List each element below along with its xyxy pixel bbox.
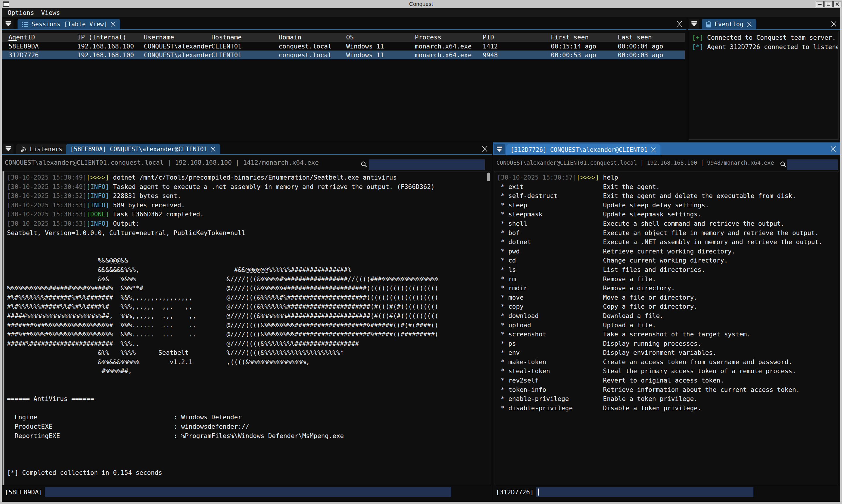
help-command-line: * enable-privilegeEnable a token privile…: [497, 394, 837, 403]
help-command-line: * psDisplay running processes.: [497, 339, 837, 348]
column-header[interactable]: PID: [477, 34, 545, 41]
command-name: sleep: [509, 201, 603, 210]
help-command-line: * cdChange current working directory.: [497, 256, 837, 265]
command-description: Execute an object file in memory and ret…: [603, 229, 819, 236]
tab-listeners[interactable]: Listeners: [16, 144, 66, 155]
command-description: Upload a file.: [603, 322, 656, 329]
console-right-tabbar: [312D7726] CONQUEST\alexander@CLIENT01: [493, 143, 840, 155]
command-description: Remove a file.: [603, 275, 656, 283]
tab-list-dropdown-button[interactable]: [689, 19, 699, 29]
command-name: shell: [509, 219, 603, 228]
column-header[interactable]: AgentID: [2, 34, 71, 41]
console-output: [30-10-2025 15:30:49][>>>>] dotnet /mnt/…: [2, 171, 491, 485]
tab-list-dropdown-button[interactable]: [3, 144, 14, 154]
help-command-line: * pwdRetrieve current working directory.: [497, 247, 837, 256]
column-header[interactable]: Hostname: [205, 34, 273, 41]
titlebar[interactable]: Conquest: [0, 0, 842, 8]
list-icon: [22, 21, 29, 28]
tabbar-underline: [688, 29, 840, 30]
search-icon[interactable]: [779, 161, 787, 168]
close-sessions-pane-icon[interactable]: [676, 20, 683, 28]
command-name: token-info: [509, 385, 603, 395]
tab-close-icon[interactable]: [210, 146, 216, 152]
console-left-tabbar: Listeners [58EE89DA] CONQUEST\alexander@…: [2, 143, 492, 155]
console-log: [30-10-2025 15:30:57][>>>>] help * exitE…: [494, 172, 839, 413]
help-command-line: * envDisplay environment variables.: [497, 348, 837, 357]
sessions-tabbar: Sessions [Table View]: [2, 18, 686, 30]
search-icon[interactable]: [360, 161, 368, 168]
chevron-down-icon: [5, 148, 11, 151]
close-console-pane-icon[interactable]: [830, 145, 837, 152]
agent-console-pane-312D7726: [312D7726] CONQUEST\alexander@CLIENT01 C…: [493, 143, 840, 500]
tab-agent-58EE89DA[interactable]: [58EE89DA] CONQUEST\alexander@CLIENT01: [66, 144, 220, 155]
help-command-line: * lsList files and directories.: [497, 265, 837, 274]
command-name: sleepmask: [509, 210, 603, 219]
command-input[interactable]: [536, 487, 753, 497]
sessions-pane: Sessions [Table View] AgentIDIP (Interna…: [2, 18, 686, 141]
tab-close-icon[interactable]: [651, 147, 656, 153]
tab-list-dropdown-button[interactable]: [494, 144, 504, 154]
dropdown-bar-icon: [5, 146, 11, 147]
minimize-button[interactable]: [816, 1, 824, 7]
column-header[interactable]: IP (Internal): [71, 34, 138, 41]
maximize-button[interactable]: [824, 1, 832, 7]
command-name: dotnet: [509, 237, 603, 247]
eventlog-tabbar: Eventlog: [688, 18, 840, 30]
column-header[interactable]: Process: [409, 34, 477, 41]
command-description: Display running processes.: [603, 340, 701, 347]
table-row[interactable]: 312D7726 192.168.168.100 CONQUEST\alexan…: [2, 51, 685, 59]
column-header[interactable]: OS: [340, 34, 409, 41]
tab-label: Listeners: [30, 146, 62, 153]
tab-close-icon[interactable]: [746, 21, 752, 27]
command-name: copy: [509, 302, 603, 311]
eventlog-output: [+] Connected to Conquest team server. […: [689, 31, 839, 140]
command-name: upload: [509, 321, 603, 330]
command-description: Change current working directory.: [603, 257, 728, 264]
column-header[interactable]: Domain: [273, 34, 340, 41]
table-row[interactable]: 58EE89DA 192.168.168.100 CONQUEST\alexan…: [2, 42, 685, 51]
command-name: exit: [509, 182, 603, 192]
close-eventlog-pane-icon[interactable]: [830, 20, 837, 28]
help-command-line: * rmdirRemove a directory.: [497, 284, 837, 293]
cell-domain: conquest.local: [273, 51, 340, 59]
column-header[interactable]: Username: [138, 34, 205, 41]
help-command-line: * screenshotTake a screenshot of the tar…: [497, 330, 837, 339]
column-header[interactable]: Last seen: [612, 34, 685, 41]
search-input[interactable]: [369, 159, 485, 170]
command-description: Disable a token privilege.: [603, 404, 701, 412]
tab-list-dropdown-button[interactable]: [3, 19, 14, 29]
command-description: Move a file or directory.: [603, 294, 698, 301]
tab-agent-312D7726[interactable]: [312D7726] CONQUEST\alexander@CLIENT01: [506, 144, 660, 155]
sessions-table-body: 58EE89DA 192.168.168.100 CONQUEST\alexan…: [2, 42, 685, 59]
search-input[interactable]: [787, 159, 838, 170]
command-name: download: [509, 311, 603, 321]
help-command-line: * bofExecute an object file in memory an…: [497, 228, 837, 238]
close-button[interactable]: [833, 1, 841, 7]
command-name: self-destruct: [509, 191, 603, 201]
cell-ip: 192.168.168.100: [71, 51, 138, 59]
tab-label: Eventlog: [715, 21, 743, 28]
command-input-bar: [312D7726]: [493, 487, 840, 497]
menu-item[interactable]: Options: [4, 9, 38, 16]
tab-eventlog[interactable]: Eventlog: [702, 19, 756, 30]
help-command-line: * dotnetExecute a .NET assembly in memor…: [497, 237, 837, 247]
text-cursor: [538, 488, 539, 496]
scrollbar-thumb[interactable]: [487, 173, 490, 181]
tab-close-icon[interactable]: [110, 21, 116, 27]
close-console-pane-icon[interactable]: [481, 145, 488, 152]
tab-sessions-table-view[interactable]: Sessions [Table View]: [18, 19, 120, 30]
help-command-line: * disable-privilegeDisable a token privi…: [497, 403, 837, 413]
eventlog-pane: Eventlog [+] Connected to Conquest team …: [688, 18, 840, 141]
cell-first-seen: 00:00:53 ago: [545, 51, 612, 59]
column-header[interactable]: First seen: [545, 34, 612, 41]
seatbelt-output: Seatbelt, Version=1.0.0.0, Culture=neutr…: [7, 228, 489, 478]
command-input-bar: [58EE89DA]: [2, 487, 492, 497]
help-command-line: * rmRemove a file.: [497, 274, 837, 284]
command-description: Execute a shell command and retrieve the…: [603, 220, 785, 227]
menu-item[interactable]: Views: [38, 9, 64, 16]
command-input[interactable]: [45, 487, 451, 497]
help-command-line: * sleepUpdate sleep delay settings.: [497, 201, 837, 210]
broadcast-icon: [20, 146, 27, 152]
agent-status-line: CONQUEST\alexander@CLIENT01.conquest.loc…: [496, 159, 774, 166]
command-description: Display environment variables.: [603, 349, 716, 356]
